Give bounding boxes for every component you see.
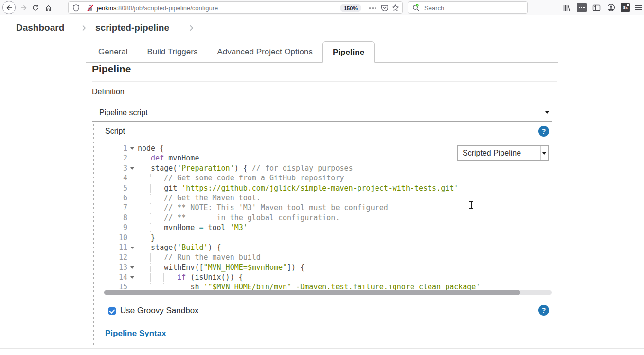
insecure-connection-icon[interactable]: [87, 4, 95, 13]
fold-gutter: [127, 173, 138, 183]
tracking-protection-shield-icon[interactable]: [72, 4, 81, 13]
code-text: }: [138, 233, 155, 243]
line-number: 8: [105, 213, 127, 223]
fold-arrow-icon[interactable]: [127, 272, 138, 282]
code-line: 4 // Get some code from a GitHub reposit…: [105, 173, 552, 183]
tab-advanced-project-options[interactable]: Advanced Project Options: [207, 41, 322, 62]
url-host: jenkins: [97, 4, 116, 12]
search-icon: [412, 4, 421, 13]
page-actions-icon[interactable]: [369, 7, 377, 9]
code-line: 8 // ** in the global configuration.: [105, 213, 552, 223]
bookmark-star-icon[interactable]: [392, 4, 400, 13]
fold-arrow-icon[interactable]: [127, 163, 138, 173]
divider: [0, 348, 644, 349]
home-icon[interactable]: [42, 2, 54, 14]
tab-bar: GeneralBuild TriggersAdvanced Project Op…: [86, 41, 558, 63]
library-icon[interactable]: [562, 3, 572, 12]
code-text: // Get some code from a GitHub repositor…: [138, 173, 344, 183]
code-line: 10 }: [105, 233, 552, 243]
line-number: 5: [105, 183, 127, 193]
url-text: jenkins:8080/job/scripted-pipeline/confi…: [97, 4, 218, 12]
help-icon[interactable]: ?: [538, 305, 549, 316]
back-icon[interactable]: [2, 1, 16, 14]
chevron-right-icon: [82, 25, 86, 31]
zoom-level-badge[interactable]: 150%: [340, 4, 361, 12]
chevron-right-icon: [189, 25, 194, 31]
code-line: 14 if (isUnix()) {: [105, 272, 552, 282]
help-icon[interactable]: ?: [538, 126, 549, 137]
use-groovy-sandbox-checkbox[interactable]: [108, 307, 116, 315]
code-line: 7 // ** NOTE: This 'M3' Maven tool must …: [105, 203, 552, 213]
search-input[interactable]: Search: [408, 1, 528, 14]
tab-build-triggers[interactable]: Build Triggers: [137, 41, 207, 62]
fold-arrow-icon[interactable]: [127, 263, 138, 272]
code-line: 13 withEnv(["MVN_HOME=$mvnHome"]) {: [105, 263, 552, 272]
pocket-icon[interactable]: [381, 4, 390, 13]
fold-gutter: [127, 213, 138, 223]
divider: [92, 81, 557, 82]
screenshot-extension-icon[interactable]: Sa: [621, 3, 630, 12]
code-line: 5 git 'https://github.com/jglick/simple-…: [105, 183, 552, 193]
code-text: git 'https://github.com/jglick/simple-ma…: [138, 183, 458, 193]
code-line: 11 stage('Build') {: [105, 243, 552, 252]
code-text: if (isUnix()) {: [138, 272, 243, 282]
definition-select[interactable]: Pipeline script: [92, 104, 552, 122]
code-line: 9 mvnHome = tool 'M3': [105, 223, 552, 232]
code-text: // Get the Maven tool.: [138, 193, 261, 203]
code-line: 3 stage('Preparation') { // for display …: [105, 163, 552, 173]
fold-gutter: [127, 193, 138, 203]
divider: [84, 4, 84, 12]
line-number: 4: [105, 173, 127, 183]
line-number: 2: [105, 153, 127, 163]
line-number: 7: [105, 203, 127, 213]
url-bar[interactable]: jenkins:8080/job/scripted-pipeline/confi…: [68, 1, 403, 14]
code-text: stage('Build') {: [138, 243, 221, 252]
section-drag-dots: [93, 124, 94, 346]
breadcrumb: Dashboard scripted-pipeline: [0, 16, 644, 41]
fold-gutter: [127, 233, 138, 243]
line-number: 11: [105, 243, 127, 252]
editor-horizontal-scrollbar[interactable]: [104, 290, 552, 295]
breadcrumb-dashboard[interactable]: Dashboard: [16, 22, 64, 33]
breadcrumb-job[interactable]: scripted-pipeline: [95, 22, 169, 33]
line-number: 12: [105, 252, 127, 262]
browser-toolbar: jenkins:8080/job/scripted-pipeline/confi…: [0, 0, 644, 15]
fold-arrow-icon[interactable]: [127, 143, 138, 153]
pipeline-script-editor[interactable]: 1node {2 def mvnHome3 stage('Preparation…: [105, 143, 552, 292]
text-cursor: [468, 201, 474, 209]
sidebar-toggle-icon[interactable]: [591, 3, 601, 12]
code-text: // ** in the global configuration.: [138, 213, 340, 223]
fold-gutter: [127, 183, 138, 193]
scrollbar-thumb[interactable]: [104, 290, 520, 295]
use-groovy-sandbox-label[interactable]: Use Groovy Sandbox: [120, 306, 199, 316]
tab-general[interactable]: General: [89, 41, 137, 62]
menu-icon[interactable]: [634, 3, 644, 12]
script-type-select-inner: Scripted Pipeline: [457, 145, 549, 161]
definition-select-value: Pipeline script: [99, 108, 148, 117]
fold-arrow-icon[interactable]: [127, 243, 138, 252]
pipeline-syntax-link[interactable]: Pipeline Syntax: [105, 329, 166, 338]
chevron-down-icon: [543, 105, 551, 121]
url-path: :8080/job/scripted-pipeline/configure: [116, 4, 218, 12]
line-number: 6: [105, 193, 127, 203]
tab-pipeline[interactable]: Pipeline: [322, 41, 375, 63]
fold-gutter: [127, 153, 138, 163]
forward-icon[interactable]: [18, 2, 30, 14]
line-number: 13: [105, 263, 127, 272]
line-number: 10: [105, 233, 127, 243]
line-number: 3: [105, 163, 127, 173]
code-text: // Run the maven build: [138, 252, 261, 262]
code-text: node {: [138, 143, 164, 153]
sa-badge-label: Sa: [623, 5, 628, 10]
code-text: def mvnHome: [138, 153, 199, 163]
divider: [365, 4, 365, 12]
code-text: mvnHome = tool 'M3': [138, 223, 248, 232]
extension-dots-icon[interactable]: [577, 3, 587, 12]
code-lines: 1node {2 def mvnHome3 stage('Preparation…: [105, 143, 552, 292]
fold-gutter: [127, 203, 138, 213]
account-icon[interactable]: [606, 3, 616, 12]
reload-icon[interactable]: [30, 2, 41, 14]
line-number: 1: [105, 143, 127, 153]
line-number: 14: [105, 272, 127, 282]
script-type-select[interactable]: Scripted Pipeline: [456, 144, 550, 162]
